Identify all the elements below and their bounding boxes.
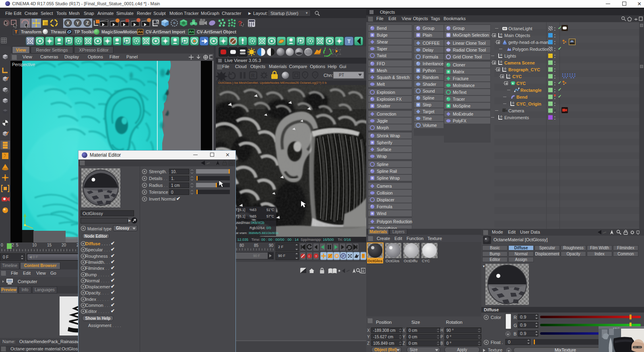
svg-text:0: 0 bbox=[500, 60, 502, 64]
svg-text:80: 80 bbox=[239, 243, 244, 248]
svg-text:Perspective: Perspective bbox=[12, 62, 35, 67]
svg-text:!: ! bbox=[308, 255, 310, 258]
svg-text:R: R bbox=[251, 73, 255, 79]
svg-text:90 F: 90 F bbox=[253, 254, 260, 258]
svg-text:Texture: Texture bbox=[488, 348, 502, 352]
svg-text:0.9: 0.9 bbox=[520, 315, 526, 319]
svg-text:T: T bbox=[347, 38, 351, 44]
svg-text:0: 0 bbox=[500, 33, 502, 36]
svg-text:P: P bbox=[342, 254, 345, 258]
svg-text:0.9: 0.9 bbox=[520, 323, 526, 327]
svg-text:0: 0 bbox=[512, 101, 514, 105]
svg-text:OctGlos: OctGlos bbox=[367, 259, 382, 263]
svg-text:2 F: 2 F bbox=[278, 245, 284, 249]
svg-text:10: 10 bbox=[32, 243, 37, 247]
svg-text:X: X bbox=[66, 21, 70, 25]
svg-text:0: 0 bbox=[504, 67, 506, 70]
svg-text:F: F bbox=[304, 73, 306, 76]
svg-text:12: 12 bbox=[314, 73, 317, 76]
svg-text:MixTexture: MixTexture bbox=[555, 348, 576, 352]
svg-text:B: B bbox=[514, 331, 516, 336]
svg-text:90: 90 bbox=[269, 243, 274, 248]
svg-text:V H I ?: V H I ? bbox=[613, 327, 619, 329]
svg-text:5: 5 bbox=[16, 243, 19, 247]
svg-text:20: 20 bbox=[62, 243, 66, 247]
svg-text:Chn:: Chn: bbox=[324, 73, 333, 78]
svg-text:Y: Y bbox=[76, 21, 79, 25]
svg-text:0.9: 0.9 bbox=[520, 331, 526, 336]
svg-text:G: G bbox=[514, 323, 517, 328]
svg-text:Float .: Float . bbox=[491, 340, 503, 345]
svg-text:0: 0 bbox=[508, 74, 510, 77]
svg-text:?: ? bbox=[238, 20, 242, 27]
svg-text:?: ? bbox=[315, 255, 317, 258]
svg-text:CYC: CYC bbox=[422, 259, 430, 263]
svg-text:PT: PT bbox=[339, 73, 344, 77]
svg-text:0: 0 bbox=[508, 340, 510, 344]
svg-text:Z: Z bbox=[86, 21, 89, 25]
svg-text:85: 85 bbox=[254, 243, 259, 248]
svg-text:0: 0 bbox=[500, 115, 502, 118]
svg-text:OctDiffu: OctDiffu bbox=[404, 259, 417, 263]
svg-text:2: 2 bbox=[12, 243, 14, 247]
svg-text:0: 0 bbox=[500, 53, 502, 57]
svg-text:0: 0 bbox=[1, 243, 3, 247]
svg-text:15: 15 bbox=[47, 243, 52, 247]
svg-text:90 F: 90 F bbox=[278, 254, 286, 258]
svg-text:Color: Color bbox=[491, 315, 502, 320]
svg-text:OctGlos: OctGlos bbox=[386, 259, 400, 263]
svg-text:R: R bbox=[514, 315, 517, 320]
